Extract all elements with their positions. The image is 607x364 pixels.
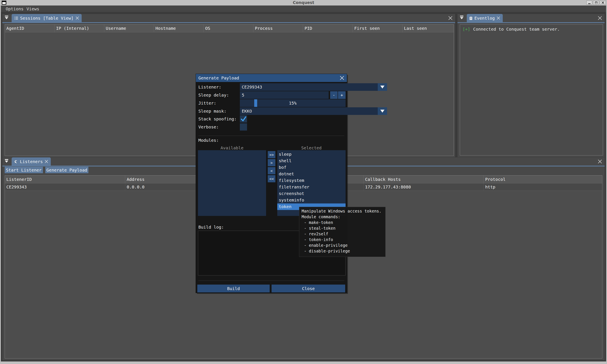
listener-callback-cell: 172.29.177.43:8080 [364,183,484,191]
separator [198,281,344,281]
verbose-row: Verbose: [198,123,345,130]
module-item[interactable]: dotnet [277,171,345,177]
column-header[interactable]: Process [253,25,303,32]
sleep-delay-field-row: Sleep delay: - + [198,91,345,99]
column-header[interactable]: AgentID [5,25,55,32]
tab-listeners[interactable]: Listeners [12,157,51,166]
transfer-button[interactable]: << [268,175,275,182]
window-title: Conquest [0,0,607,5]
tooltip-line: - make-token [302,220,383,225]
module-item[interactable]: shell [277,158,345,164]
transfer-button[interactable]: < [268,167,275,174]
tab-close-icon[interactable] [497,16,500,20]
menu-bar: OptionsViews [1,5,606,12]
collapse-panel-icon[interactable] [4,16,9,21]
module-item[interactable]: systeminfo [277,197,345,203]
jitter-slider[interactable]: 15% [240,99,345,107]
tooltip-line: Manipulate Windows access tokens. [302,208,383,214]
chevron-down-icon[interactable] [378,107,387,115]
available-modules-list[interactable] [198,150,266,216]
tooltip-line: - disable-privilege [302,248,383,254]
listener-dropdown-value: CE299343 [242,83,262,91]
eventlog-panel: Eventlog [+]Connected to Conquest team s… [457,14,605,157]
stack-spoofing-checkbox[interactable] [240,115,247,123]
tab-underline [2,22,455,23]
module-item[interactable]: screenshot [277,190,345,197]
tab-underline [457,22,605,23]
column-header[interactable]: Last seen [402,25,454,32]
tooltip-line: - rev2self [302,231,383,237]
menu-item[interactable]: Views [27,6,39,12]
log-message: Connected to Conquest team server. [473,27,560,32]
verbose-checkbox[interactable] [240,123,247,130]
selected-label: Selected [277,145,345,150]
module-item[interactable]: filetransfer [277,184,345,190]
generate-payload-dialog: Generate Payload Listener: CE299343 Slee… [196,74,347,293]
clipboard-icon [469,16,472,20]
jitter-value: 15% [240,99,345,107]
tab-close-icon[interactable] [75,16,79,20]
listener-dropdown[interactable]: CE299343 [240,83,387,91]
log-status-tag: [+] [463,27,470,32]
stack-spoofing-row: Stack spoofing: [198,115,345,123]
app-window: Conquest OptionsViews Sessions [Table Vi… [0,0,607,364]
eventlog-output: [+]Connected to Conquest team server. [460,24,603,156]
tab-sessions[interactable]: Sessions [Table View] [12,14,82,22]
separator [198,136,344,136]
dialog-titlebar[interactable]: Generate Payload [196,74,347,82]
module-item[interactable]: bof [277,164,345,171]
generate-payload-button[interactable]: Generate Payload [45,167,89,173]
column-header[interactable]: ListenerID [5,176,125,183]
tab-eventlog[interactable]: Eventlog [467,14,503,22]
minimize-button[interactable] [586,1,592,5]
transfer-button[interactable]: >> [268,151,275,158]
maximize-icon [595,2,597,4]
column-header[interactable]: Username [104,25,154,32]
modules-label: Modules: [198,138,219,143]
transfer-button[interactable]: > [268,159,275,166]
stack-spoofing-label: Stack spoofing: [198,115,237,123]
column-header[interactable]: PID [303,25,353,32]
column-header[interactable]: Protocol [484,176,602,183]
build-button[interactable]: Build [197,285,270,292]
dialog-close-icon[interactable] [340,76,344,80]
listener-field-row: Listener: CE299343 [198,83,345,91]
module-tooltip: Manipulate Windows access tokens.Module … [299,207,386,257]
verbose-label: Verbose: [198,123,219,130]
maximize-button[interactable] [593,1,599,5]
sleep-increment-button[interactable]: + [338,91,345,99]
tooltip-line: Module commands: [302,214,383,220]
tab-listeners-label: Listeners [20,159,43,164]
tooltip-line: - enable-privilege [302,243,383,248]
sleep-decrement-button[interactable]: - [330,91,338,99]
tab-sessions-label: Sessions [Table View] [20,16,74,21]
collapse-panel-icon[interactable] [459,16,464,21]
tooltip-line: - steal-token [302,225,383,231]
close-listeners-panel-icon[interactable] [598,159,602,164]
close-sessions-panel-icon[interactable] [448,16,453,20]
menu-item[interactable]: Options [6,6,24,12]
sleep-delay-input[interactable] [240,91,329,99]
column-header[interactable]: OS [204,25,253,32]
close-button[interactable]: Close [272,285,345,292]
window-titlebar: Conquest [0,0,607,5]
close-eventlog-panel-icon[interactable] [598,16,602,20]
tab-close-icon[interactable] [45,160,48,163]
start-listener-button[interactable]: Start Listener [5,167,43,173]
collapse-panel-icon[interactable] [4,159,9,164]
sleep-mask-dropdown[interactable]: EKKO [240,107,387,115]
module-item[interactable]: sleep [277,151,345,158]
listener-id-cell: CE299343 [5,183,125,191]
selected-modules-list[interactable]: sleepshellbofdotnetfilesystemfiletransfe… [277,150,345,216]
log-entry: [+]Connected to Conquest team server. [463,27,600,32]
jitter-label: Jitter: [198,99,216,107]
column-header[interactable]: Hostname [154,25,204,32]
sessions-table-header: AgentIDIP (Internal)UsernameHostnameOSPr… [5,25,454,32]
close-window-button[interactable] [600,1,606,5]
chevron-down-icon[interactable] [378,83,387,91]
module-item[interactable]: filesystem [277,177,345,184]
column-header[interactable]: IP (Internal) [55,25,104,32]
available-label: Available [198,145,266,150]
column-header[interactable]: First seen [353,25,402,32]
column-header[interactable]: Callback Hosts [364,176,484,183]
